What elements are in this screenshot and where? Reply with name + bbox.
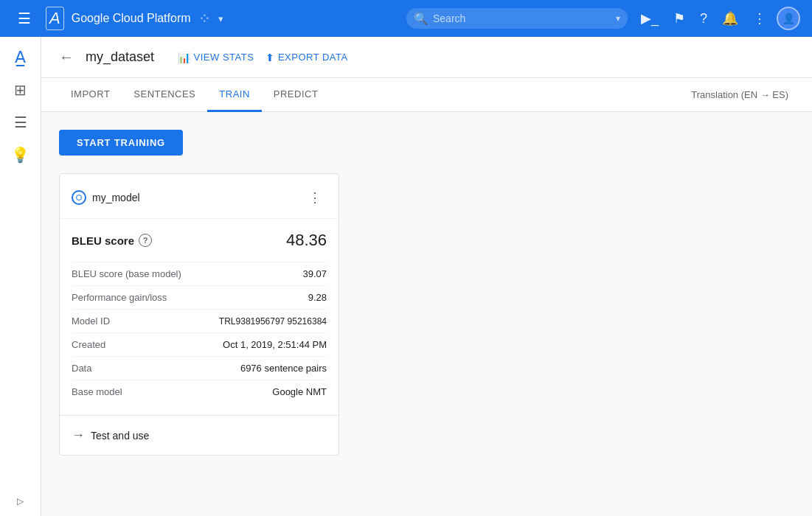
stat-value-created: Oct 1, 2019, 2:51:44 PM: [223, 339, 327, 350]
help-icon[interactable]: ?: [695, 7, 712, 31]
stat-label-base-model: Base model: [72, 386, 122, 397]
model-status-icon: [72, 190, 86, 205]
stat-label-perf-gain: Performance gain/loss: [72, 292, 167, 303]
model-options-button[interactable]: ⋮: [303, 186, 327, 209]
stat-label-data: Data: [72, 363, 91, 374]
search-wrapper: 🔍 ▾: [406, 8, 628, 29]
back-button[interactable]: ←: [59, 49, 74, 66]
stat-row-bleu-base: BLEU score (base model) 39.07: [72, 262, 327, 285]
sidebar-item-dashboard[interactable]: ⊞: [6, 75, 35, 105]
bell-icon[interactable]: 🔔: [718, 6, 743, 31]
arrow-right-icon: →: [72, 428, 85, 443]
export-data-button[interactable]: ⬆ EXPORT DATA: [266, 52, 347, 63]
tabs-bar: IMPORT SENTENCES TRAIN PREDICT Translati…: [41, 78, 812, 112]
stat-label-created: Created: [72, 339, 105, 350]
train-content-area: START TRAINING my_model ⋮: [41, 112, 812, 473]
search-icon: 🔍: [414, 12, 428, 26]
bulb-sidebar-icon: 💡: [11, 146, 30, 164]
sidebar-item-list[interactable]: ☰: [6, 108, 35, 137]
app-title: A Google Cloud Platform ⁘ ▾: [46, 7, 398, 30]
test-use-label: Test and use: [91, 430, 149, 442]
model-name-row: my_model: [72, 190, 140, 205]
stat-value-bleu-base: 39.07: [302, 268, 327, 279]
top-navigation: ☰ A Google Cloud Platform ⁘ ▾ 🔍 ▾ ▶_ ⚑ ?…: [0, 0, 812, 37]
model-name-text: my_model: [92, 192, 140, 203]
bleu-score-value: 48.36: [286, 231, 327, 250]
stat-row-base-model: Base model Google NMT: [72, 380, 327, 403]
stat-label-bleu-base: BLEU score (base model): [72, 268, 181, 279]
start-training-button[interactable]: START TRAINING: [59, 130, 183, 156]
test-and-use-button[interactable]: → Test and use: [60, 415, 339, 455]
main-layout: A̲ ⊞ ☰ 💡 ▷ ← my_dataset 📊 VIEW STATS: [0, 37, 812, 516]
expand-icon: ▷: [17, 496, 24, 506]
bleu-score-row: BLEU score ? 48.36: [72, 231, 327, 250]
stat-row-model-id: Model ID TRL9381956797 95216384: [72, 309, 327, 332]
stat-row-data: Data 6976 sentence pairs: [72, 356, 327, 380]
stat-value-perf-gain: 9.28: [308, 292, 327, 303]
stat-label-model-id: Model ID: [72, 315, 110, 327]
hamburger-menu-icon[interactable]: ☰: [12, 4, 37, 33]
model-card-header: my_model ⋮: [60, 174, 339, 219]
cloud-translate-icon: A: [46, 7, 64, 30]
app-name-text: Google Cloud Platform: [72, 12, 191, 25]
view-stats-button[interactable]: 📊 VIEW STATS: [178, 52, 254, 63]
tab-sentences[interactable]: SENTENCES: [122, 78, 207, 112]
tabs-list: IMPORT SENTENCES TRAIN PREDICT: [59, 78, 330, 111]
sidebar-expand-btn[interactable]: ▷: [6, 492, 35, 510]
sidebar-item-bulb[interactable]: 💡: [6, 140, 35, 170]
notifications-alerts-icon[interactable]: ⚑: [669, 6, 690, 31]
stat-row-perf-gain: Performance gain/loss 9.28: [72, 285, 327, 309]
stat-value-data: 6976 sentence pairs: [240, 363, 327, 374]
more-options-icon[interactable]: ⋮: [749, 6, 771, 31]
tab-predict[interactable]: PREDICT: [262, 78, 330, 112]
dashboard-sidebar-icon: ⊞: [14, 81, 27, 99]
cloud-shell-icon[interactable]: ▶_: [636, 6, 663, 31]
stat-value-model-id: TRL9381956797 95216384: [219, 316, 327, 327]
model-card: my_model ⋮ BLEU score ? 48.36: [59, 173, 339, 456]
bleu-score-label: BLEU score ?: [72, 234, 152, 247]
project-dropdown-arrow[interactable]: ▾: [218, 13, 223, 24]
tab-train[interactable]: TRAIN: [207, 78, 262, 112]
main-content-area: ← my_dataset 📊 VIEW STATS ⬆ EXPORT DATA …: [41, 37, 812, 516]
tab-import[interactable]: IMPORT: [59, 78, 122, 112]
left-sidebar: A̲ ⊞ ☰ 💡 ▷: [0, 37, 41, 516]
stat-value-base-model: Google NMT: [272, 386, 327, 397]
stat-row-created: Created Oct 1, 2019, 2:51:44 PM: [72, 332, 327, 356]
sidebar-item-translate[interactable]: A̲: [6, 43, 35, 72]
upload-icon: ⬆: [266, 52, 275, 63]
translation-direction-label: Translation (EN → ES): [691, 89, 794, 100]
bleu-help-icon[interactable]: ?: [139, 234, 152, 247]
avatar-initial: 👤: [782, 13, 795, 24]
user-avatar[interactable]: 👤: [777, 7, 800, 30]
project-dots-icon: ⁘: [198, 10, 211, 27]
header-actions: 📊 VIEW STATS ⬆ EXPORT DATA: [178, 52, 348, 63]
search-input[interactable]: [406, 8, 628, 29]
model-stats-section: BLEU score ? 48.36 BLEU score (base mode…: [60, 219, 339, 415]
bar-chart-icon: 📊: [178, 52, 191, 63]
nav-actions: ▶_ ⚑ ? 🔔 ⋮ 👤: [636, 6, 800, 31]
model-status-inner-dot: [76, 195, 82, 201]
list-sidebar-icon: ☰: [14, 114, 27, 131]
page-header: ← my_dataset 📊 VIEW STATS ⬆ EXPORT DATA: [41, 37, 812, 78]
page-title: my_dataset: [86, 49, 154, 65]
translate-sidebar-icon: A̲: [15, 48, 26, 67]
search-dropdown-icon[interactable]: ▾: [616, 13, 620, 24]
